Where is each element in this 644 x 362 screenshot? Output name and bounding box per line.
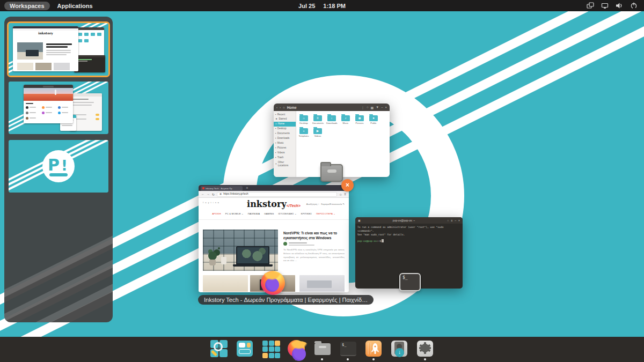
dock-os-upgrade[interactable]: ↓ [389,339,409,360]
article-thumb[interactable] [299,275,345,292]
sidebar-item-label: Videos [277,151,285,154]
time-label: 1:18 PM [323,3,346,9]
forward-icon[interactable]: → [207,193,210,196]
dock-pop-shop[interactable] [363,339,384,360]
minimize-icon[interactable]: – [455,219,456,222]
volume-icon[interactable] [616,2,623,9]
folder-videos[interactable]: ▶Videos [312,127,323,137]
applications-menu[interactable]: Applications [57,3,93,9]
search-icon[interactable]: ○ [367,106,369,109]
folder-music[interactable]: ♪Music [340,114,351,124]
folder-label: Downloads [326,122,337,124]
files-sidebar-item-home[interactable]: ⌂Home [274,122,296,127]
dock-applications-grid[interactable] [260,339,281,360]
article-title[interactable]: NordVPN: Τι είναι και πως να το εγκαταστ… [283,231,346,240]
close-icon[interactable]: × [458,219,460,222]
favicon [202,187,204,189]
folder-label: Pictures [354,122,365,124]
site-search-link[interactable]: Αναζήτηση [306,203,317,205]
terminal-app-badge-icon: $_ [399,273,421,291]
back-icon[interactable]: ‹ [276,106,277,109]
firefox-tabbar: Inkstory Tech - Δωρεάν Πρ + [199,185,349,191]
back-icon[interactable]: ← [201,193,204,196]
search-icon[interactable]: ○ [447,219,449,222]
site-nav-item[interactable]: ΑΡΧΙΚΗ [212,212,221,215]
dock-files[interactable] [312,339,332,360]
terminal-output: To run a command as administrator (user … [355,224,463,246]
new-tab-icon[interactable]: + [246,185,248,191]
menu-icon[interactable]: ≡ [451,219,452,222]
folder-label: Public [368,122,379,124]
files-sidebar-item-recent[interactable]: ▪Recent [274,112,296,117]
files-headerbar: ‹ › ⌂ Home ⋮ ○ ▦ ▼ – × [274,104,390,111]
bookmark-star-icon[interactable]: ☆ [339,193,342,196]
article-thumb[interactable] [203,275,248,292]
lock-icon: ◉ [219,192,222,196]
site-contact-link[interactable]: Καριέρα/Επικοινωνία [321,203,342,205]
view-grid-icon[interactable]: ▦ [371,106,374,109]
minimize-icon[interactable]: – [381,106,383,109]
folder-templates[interactable]: +Templates [298,127,309,137]
dock-launcher-search[interactable] [209,339,229,360]
workspace-thumbnail-2[interactable] [9,82,108,134]
folder-icon: ↓ [327,115,336,121]
site-logo-suffix: </Tech> [287,204,301,208]
sidebar-item-icon: ★ [275,117,277,121]
close-icon[interactable]: × [385,106,387,109]
motd-line: See "man sudo_root" for details. [357,233,460,237]
dock-settings[interactable] [415,339,435,360]
site-nav-item[interactable]: ΠΕΡΙΣΣΟΤΕΡΑ ⌄ [316,212,335,215]
files-sidebar-item-desktop[interactable]: ▪Desktop [274,127,296,131]
files-sidebar-item-videos[interactable]: ▪Videos [274,151,296,156]
url-field[interactable]: ◉ https://inkstory.gr/tech [217,192,337,197]
workspace-thumbnail-1[interactable]: inkstory [9,23,108,76]
mini-firefox-window: inkstory [13,26,78,71]
site-nav: ΑΡΧΙΚΗPC & MOBILE ⌄ΠΑΙΧΝΙΔΙΑGAMINGΙΣΤΟΣΕ… [199,212,349,215]
site-nav-item[interactable]: PC & MOBILE ⌄ [225,212,244,215]
folder-icon: + [299,128,308,134]
menu-kebab-icon[interactable]: ⋮ [361,106,364,109]
close-window-button[interactable]: × [341,179,354,191]
folder-public[interactable]: ●Public [368,114,379,124]
workspaces-menu[interactable]: Workspaces [4,2,50,10]
menu-icon[interactable]: ≡ [344,193,346,196]
folder-label: Videos [312,135,323,137]
folder-icon: ● [369,115,378,121]
folder-pictures[interactable]: ◉Pictures [354,114,365,124]
files-sidebar-item-documents[interactable]: ▪Documents [274,131,296,136]
reload-icon[interactable]: ↻ [212,193,215,196]
svg-text:P: P [48,156,60,174]
folder-downloads[interactable]: ↓Downloads [326,114,337,124]
site-nav-item[interactable]: ΠΑΙΧΝΙΔΙΑ [248,212,260,215]
files-sidebar-item-other-locations[interactable]: +Other Locations [274,160,296,168]
clock[interactable]: Jul 25 1:18 PM [0,3,644,9]
site-nav-item[interactable]: ΙΣΤΟΣΕΛΙΔΕΣ ⌄ [278,212,296,215]
files-folder-grid: ⌂Desktop≡Documents↓Downloads♪Music◉Pictu… [296,111,390,177]
browser-tab[interactable]: Inkstory Tech - Δωρεάν Πρ [201,186,243,191]
files-sidebar-item-trash[interactable]: ▪Trash [274,156,296,160]
motd-line: To run a command as administrator (user … [357,226,460,233]
folder-desktop[interactable]: ⌂Desktop [298,114,309,124]
shop-icon [365,341,382,357]
files-sidebar-item-downloads[interactable]: ▪Downloads [274,136,296,141]
dock-firefox[interactable] [286,339,306,360]
files-sidebar-item-starred[interactable]: ★Starred [274,117,296,122]
forward-icon[interactable]: › [280,106,281,109]
site-nav-item[interactable]: ΚΡΙΤΙΚΕΣ [301,212,312,215]
dock-terminal[interactable]: $_ [338,339,358,360]
stacked-windows-icon[interactable] [587,2,594,9]
site-nav-item[interactable]: GAMING [264,212,274,215]
files-sidebar-item-music[interactable]: ▪Music [274,141,296,146]
folder-documents[interactable]: ≡Documents [312,114,323,124]
prompt-line: pop-os@pop-os:~$ [357,239,460,243]
folder-icon: ♪ [341,115,350,121]
folder-label: Desktop [298,122,309,124]
view-list-icon[interactable]: ▼ [376,106,379,109]
power-icon[interactable] [630,2,638,9]
workspace-thumbnail-3[interactable]: P ! [9,140,108,193]
files-sidebar-item-pictures[interactable]: ▪Pictures [274,146,296,151]
terminal-menu-icon[interactable]: ▣ [358,219,361,222]
network-icon[interactable] [601,2,609,9]
sidebar-item-icon: ▪ [275,146,276,150]
dock-workspaces-tiling[interactable] [235,339,255,360]
